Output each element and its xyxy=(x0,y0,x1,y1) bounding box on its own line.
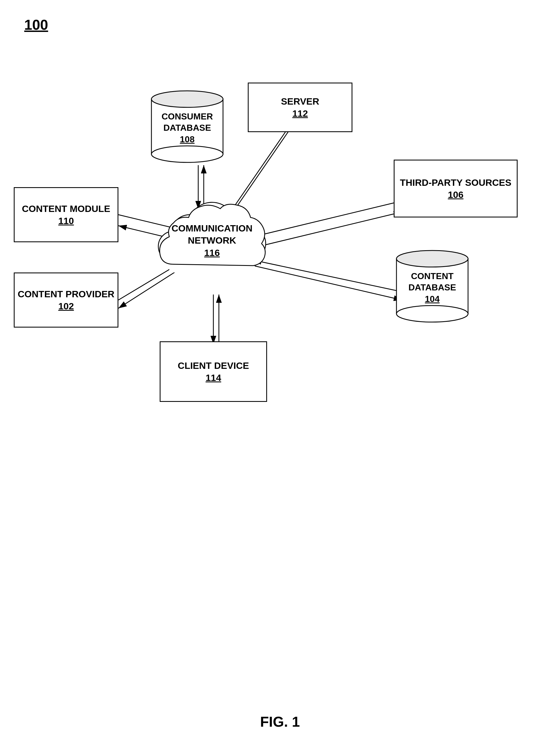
third-party-box: THIRD-PARTY SOURCES 106 xyxy=(394,160,518,218)
third-party-id: 106 xyxy=(448,188,464,201)
content-module-label: CONTENT MODULE xyxy=(22,203,110,215)
content-provider-id: 102 xyxy=(58,300,74,312)
svg-line-13 xyxy=(253,266,402,300)
content-module-id: 110 xyxy=(58,215,74,227)
client-device-box: CLIENT DEVICE 114 xyxy=(160,341,267,402)
consumer-database-text: CONSUMER DATABASE 108 xyxy=(149,111,226,145)
diagram: CONTENT MODULE 110 CONTENT PROVIDER 102 … xyxy=(0,55,560,523)
page-number: 100 xyxy=(24,17,48,33)
svg-point-17 xyxy=(152,146,223,162)
comm-network-text: COMMUNICATION NETWORK 116 xyxy=(152,222,273,260)
content-database-cylinder: CONTENT DATABASE 104 xyxy=(394,242,471,325)
svg-point-21 xyxy=(397,250,468,267)
svg-line-6 xyxy=(253,201,402,237)
client-device-label: CLIENT DEVICE xyxy=(178,360,249,372)
svg-line-12 xyxy=(253,260,402,292)
comm-network-cloud: COMMUNICATION NETWORK 116 xyxy=(152,190,273,286)
svg-line-7 xyxy=(253,212,402,248)
client-device-id: 114 xyxy=(206,372,221,384)
content-module-box: CONTENT MODULE 110 xyxy=(14,187,118,242)
content-provider-box: CONTENT PROVIDER 102 xyxy=(14,272,118,328)
consumer-database-cylinder: CONSUMER DATABASE 108 xyxy=(149,83,226,165)
third-party-label: THIRD-PARTY SOURCES xyxy=(400,177,512,188)
fig-label: FIG. 1 xyxy=(0,713,560,730)
content-database-text: CONTENT DATABASE 104 xyxy=(394,270,471,305)
svg-point-18 xyxy=(152,91,223,107)
content-provider-label: CONTENT PROVIDER xyxy=(18,288,114,300)
server-label: SERVER xyxy=(281,95,319,107)
server-box: SERVER 112 xyxy=(248,83,353,132)
svg-point-20 xyxy=(397,306,468,322)
server-id: 112 xyxy=(293,107,308,120)
